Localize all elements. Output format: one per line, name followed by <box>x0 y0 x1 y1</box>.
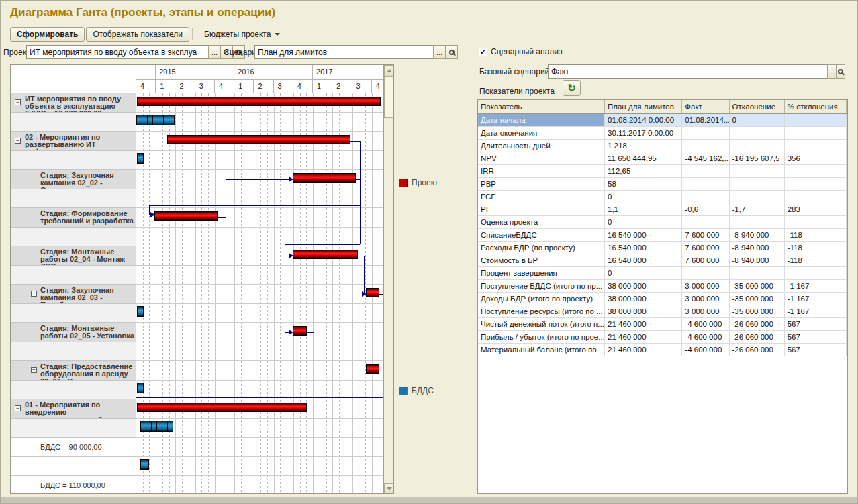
refresh-button[interactable]: ↻ <box>563 80 581 96</box>
gantt-sub-row-label[interactable] <box>11 151 136 170</box>
gantt-task-label[interactable]: Стадия: Монтажные работы 02_05 - Установ… <box>11 323 136 342</box>
indicator-row[interactable]: PI1,1-0,6-1,7283 <box>478 203 847 215</box>
indicator-cell: 11 650 444,95 <box>605 152 682 164</box>
gantt-plot-row <box>136 189 384 209</box>
indicator-row[interactable]: FCF0 <box>478 190 847 203</box>
indicator-row[interactable]: Дата окончания30.11.2017 0:00:00 <box>478 126 847 139</box>
gantt-sub-row-label[interactable] <box>11 342 136 362</box>
gantt-sub-row-label[interactable] <box>11 228 136 247</box>
scroll-up-button[interactable] <box>384 65 394 77</box>
indicator-row[interactable]: Стоимость в БР16 540 0007 600 000-8 940 … <box>478 254 847 266</box>
project-input[interactable] <box>26 45 209 59</box>
indicator-cell <box>729 177 784 190</box>
gantt-bar-bdds[interactable] <box>137 153 144 164</box>
scenario-choose-button[interactable]: ... <box>433 45 446 59</box>
column-header[interactable]: План для лимитов <box>605 100 682 113</box>
gantt-bar-project[interactable] <box>293 250 358 259</box>
column-header[interactable]: Факт <box>682 100 729 113</box>
gantt-task-label[interactable]: БДДС = 110 000,00 <box>11 476 136 494</box>
legend-swatch-project <box>399 179 408 187</box>
gantt-bar-bdds[interactable] <box>140 459 149 470</box>
indicator-row[interactable]: Длительность дней1 218 <box>478 139 847 152</box>
indicator-row[interactable]: NPV11 650 444,95-4 545 162,...-16 195 60… <box>478 152 847 164</box>
indicator-row[interactable]: Чистый денежный поток (итого п...21 460 … <box>478 317 847 330</box>
gantt-sub-row-label[interactable] <box>11 113 136 132</box>
gantt-sub-row-label[interactable] <box>11 457 136 476</box>
gantt-task-label[interactable]: Стадия: Закупочная кампания 02_02 - Опре… <box>11 170 136 189</box>
collapse-box-icon[interactable]: − <box>15 99 21 105</box>
expand-box-icon[interactable]: + <box>31 367 37 373</box>
column-header[interactable]: % отклонения <box>784 100 846 113</box>
project-budgets-menu-button[interactable]: Бюджеты проекта <box>197 27 287 42</box>
gantt-task-label[interactable]: Стадия: Формирование требований и разраб… <box>11 208 136 228</box>
indicator-cell: Поступление БДДС (итого по пр... <box>478 279 605 292</box>
gantt-bar-bdds-segmented[interactable] <box>137 115 175 125</box>
gantt-sub-row-label[interactable] <box>11 266 136 285</box>
legend-swatch-bdds <box>399 387 408 395</box>
gantt-year-header: 201520162017 <box>136 65 384 80</box>
gantt-bar-project[interactable] <box>137 403 307 412</box>
show-indicators-button[interactable]: Отображать показатели <box>86 27 189 42</box>
base-scenario-input[interactable] <box>548 64 828 79</box>
indicator-row[interactable]: IRR112,65 <box>478 164 847 177</box>
collapse-box-icon[interactable]: − <box>15 138 21 144</box>
gantt-bar-project[interactable] <box>293 173 356 183</box>
base-scenario-open-button[interactable] <box>836 64 845 79</box>
gantt-bar-project[interactable] <box>137 97 381 106</box>
gantt-plot-row <box>136 361 384 381</box>
scenario-analysis-checkbox[interactable]: ✓ Сценарный анализ <box>479 47 563 56</box>
base-scenario-choose-button[interactable]: ... <box>827 64 837 79</box>
gantt-bar-project[interactable] <box>293 326 307 336</box>
gantt-plot-row <box>136 228 384 247</box>
gantt-bar-bdds[interactable] <box>137 306 144 317</box>
legend-item-bdds: БДДС <box>399 386 434 395</box>
collapse-box-icon[interactable]: − <box>15 405 21 411</box>
scrollbar-thumb[interactable] <box>384 77 394 118</box>
gantt-bar-bdds-segmented[interactable] <box>141 421 173 432</box>
indicator-row[interactable]: Дата начала01.08.2014 0:00:0001.08.2014.… <box>478 113 847 126</box>
scenario-open-button[interactable] <box>445 45 458 59</box>
indicator-row[interactable]: Доходы БДР (итого по проекту)38 000 0003… <box>478 292 847 305</box>
gantt-bar-project[interactable] <box>366 364 379 374</box>
gantt-plot-area <box>136 93 384 494</box>
gantt-plot-row <box>136 151 384 170</box>
generate-button[interactable]: Сформировать <box>10 27 85 42</box>
scenario-input[interactable] <box>254 45 434 59</box>
column-header[interactable]: Отклонение <box>729 100 784 113</box>
gantt-task-label[interactable]: −ИТ мероприятия по вводу объекта в экспл… <box>11 93 136 113</box>
project-choose-button[interactable]: ... <box>208 45 221 59</box>
indicator-row[interactable]: Процент завершения0 <box>478 266 847 279</box>
scroll-down-button[interactable] <box>384 483 394 494</box>
indicator-row[interactable]: Расходы БДР (по проекту)16 540 0007 600 … <box>478 241 847 254</box>
indicators-table-container: ПоказательПлан для лимитовФактОтклонение… <box>477 99 848 494</box>
gantt-sub-row-label[interactable] <box>11 381 136 400</box>
indicator-row[interactable]: Оценка проекта0 <box>478 215 847 228</box>
indicator-row[interactable]: Поступление БДДС (итого по пр...38 000 0… <box>478 279 847 292</box>
indicator-row[interactable]: PBP58 <box>478 177 847 190</box>
gantt-bar-project[interactable] <box>366 288 379 297</box>
indicator-row[interactable]: Прибыль / убыток (итого по прое...21 460… <box>478 330 847 343</box>
gantt-sub-row-label[interactable] <box>11 304 136 323</box>
indicator-row[interactable]: Поступление ресурсы (итого по ...38 000 … <box>478 305 847 317</box>
expand-box-icon[interactable]: + <box>31 291 37 297</box>
gantt-task-label[interactable]: Стадия: Монтажные работы 02_04 - Монтаж … <box>11 246 136 266</box>
indicator-cell: -1 167 <box>784 305 846 317</box>
gantt-plot-row <box>136 381 384 400</box>
column-header[interactable]: Показатель <box>478 100 605 113</box>
gantt-quarter-header: 4123412341234 <box>136 80 384 93</box>
gantt-bar-bdds[interactable] <box>137 383 144 393</box>
gantt-bar-project[interactable] <box>154 211 218 221</box>
indicator-row[interactable]: Материальный баланс (итого по ...21 460 … <box>478 343 847 356</box>
gantt-bar-project[interactable] <box>167 135 350 144</box>
gantt-task-label[interactable]: +Стадия: Закупочная кампания 02_03 - При… <box>11 285 136 304</box>
gantt-task-label[interactable]: +Стадия: Предоставление оборудования в а… <box>11 361 136 381</box>
indicator-cell: 7 600 000 <box>682 241 729 254</box>
gantt-task-label[interactable]: БДДС = 90 000,00 <box>11 438 136 457</box>
indicator-row[interactable]: СписаниеБДДС16 540 0007 600 000-8 940 00… <box>478 228 847 241</box>
gantt-sub-row-label[interactable] <box>11 189 136 209</box>
gantt-task-label[interactable]: −02 - Мероприятия по развертыванию ИТ ин… <box>11 132 136 151</box>
gantt-vertical-scrollbar[interactable] <box>383 65 394 494</box>
quarter-header-cell: 3 <box>195 80 215 93</box>
gantt-sub-row-label[interactable] <box>11 419 136 438</box>
gantt-task-label[interactable]: −01 - Мероприятия по внедрению автоматиз… <box>11 399 136 419</box>
